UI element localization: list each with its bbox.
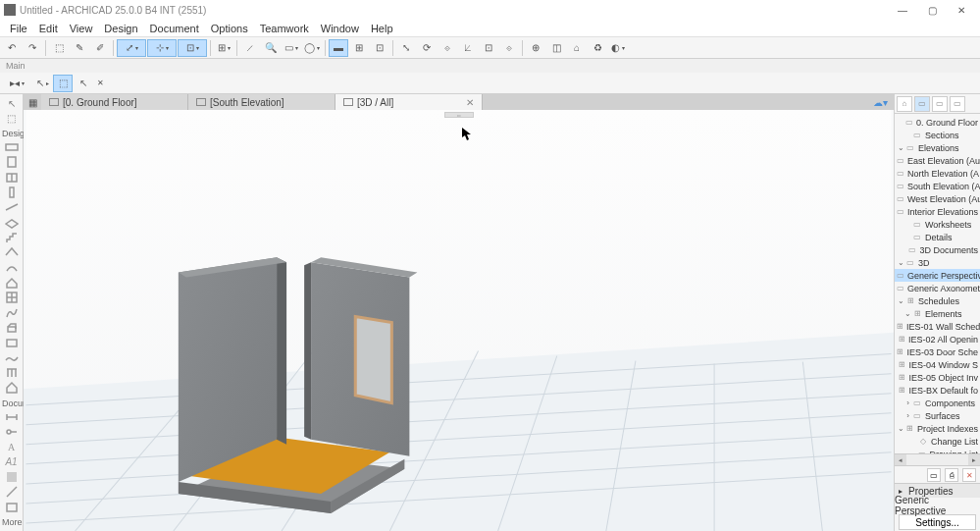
redo-button[interactable]: ↷ [23, 39, 42, 57]
tree-row[interactable]: ▭South Elevation (A [895, 180, 980, 192]
tree-row[interactable]: ⌄⊞Elements [895, 307, 980, 320]
menu-design[interactable]: Design [98, 21, 143, 36]
edit5-button[interactable]: ⊡ [479, 39, 498, 57]
marquee-tool[interactable]: ⬚ [2, 111, 22, 125]
tree-row[interactable]: ▭West Elevation (Au [895, 192, 980, 205]
dim2-button[interactable]: ⊡ [370, 39, 389, 57]
settings-button[interactable]: Settings... [899, 514, 976, 530]
railing-tool[interactable] [2, 366, 22, 380]
tree-expand-icon[interactable]: › [903, 398, 912, 407]
marquee-mode-button[interactable]: ↖ [74, 75, 93, 92]
arrow-mode-button[interactable]: ↖▸ [32, 75, 52, 92]
menu-options[interactable]: Options [205, 21, 254, 36]
label-tool[interactable]: A1 [2, 455, 22, 469]
tree-expand-icon[interactable]: ⌄ [897, 258, 905, 267]
tree-row[interactable]: ▭Generic Perspective [895, 269, 980, 282]
door-tool[interactable] [2, 155, 22, 169]
selection-mode-button[interactable]: ⬚ [53, 75, 73, 92]
edit1-button[interactable]: ⤡ [396, 39, 416, 57]
text-tool[interactable]: A [2, 440, 22, 453]
view2-button[interactable]: ◫ [546, 39, 566, 57]
tree-row[interactable]: ⊞IES-01 Wall Sched [895, 320, 980, 333]
navigator-scrollbar[interactable]: ◂▸ [895, 453, 980, 465]
suspend-button[interactable]: ⟋ [240, 39, 260, 57]
tree-row[interactable]: ▭Worksheets [895, 218, 980, 231]
level-tool[interactable] [2, 425, 22, 439]
stair-tool[interactable] [2, 231, 22, 244]
roof-tool[interactable] [2, 245, 22, 259]
dim-button[interactable]: ⊞ [349, 39, 369, 57]
dimension-tool[interactable] [2, 410, 22, 424]
tab[interactable]: [South Elevation] [188, 94, 335, 110]
tree-row[interactable]: ⌄▭3D [895, 256, 980, 269]
fill-tool[interactable] [2, 470, 22, 484]
morph-tool[interactable] [2, 305, 22, 319]
nav-new-icon[interactable]: ▭ [927, 468, 941, 482]
opening-tool[interactable] [2, 381, 22, 395]
tab[interactable]: [0. Ground Floor] [41, 94, 188, 110]
guideline-button[interactable]: ⤢▾ [117, 39, 146, 57]
close-button[interactable]: ✕ [947, 0, 976, 20]
viewport-drag-handle[interactable]: ┅ [444, 112, 474, 118]
arrow-tool[interactable]: ↖ [2, 96, 22, 110]
tree-row[interactable]: ⌄⊞Project Indexes [895, 422, 980, 435]
menu-help[interactable]: Help [365, 21, 399, 36]
nav-view-icon[interactable]: ▭ [914, 96, 930, 112]
edit3-button[interactable]: ⟐ [438, 39, 457, 57]
menu-view[interactable]: View [64, 21, 99, 36]
tree-expand-icon[interactable]: ⌄ [897, 424, 905, 433]
beam-tool[interactable] [2, 200, 22, 214]
line-tool[interactable] [2, 485, 22, 499]
tab-close-icon[interactable]: ✕ [466, 97, 474, 108]
menu-document[interactable]: Document [144, 21, 205, 36]
tree-row[interactable]: ▭Interior Elevations [895, 205, 980, 218]
favorites-button[interactable]: ▸◂▾ [2, 75, 31, 92]
tree-row[interactable]: ⊞IES-05 Object Inv [895, 371, 980, 384]
close-toolbar-icon[interactable]: ✕ [94, 75, 106, 92]
tree-row[interactable]: ▭Details [895, 231, 980, 243]
menu-teamwork[interactable]: Teamwork [254, 21, 315, 36]
shell-tool[interactable] [2, 260, 22, 274]
edit2-button[interactable]: ⟳ [417, 39, 437, 57]
navigator-tree[interactable]: ▭0. Ground Floor▭Sections⌄▭Elevations▭Ea… [895, 114, 980, 453]
view4-button[interactable]: ♻ [588, 39, 607, 57]
tree-row[interactable]: ▭North Elevation (A [895, 167, 980, 180]
pick-button[interactable]: ⬚ [49, 39, 69, 57]
trace-button[interactable]: ✎ [70, 39, 89, 57]
viewport-3d[interactable]: ┅ [24, 110, 894, 531]
mesh-tool[interactable] [2, 351, 22, 365]
tree-row[interactable]: ▭Generic Axonometr [895, 282, 980, 294]
undo-button[interactable]: ↶ [2, 39, 22, 57]
tree-row[interactable]: ⊞IES-BX Default fo [895, 384, 980, 397]
tree-expand-icon[interactable]: ⌄ [897, 296, 905, 305]
tree-row[interactable]: ⊞IES-03 Door Sche [895, 345, 980, 358]
edit6-button[interactable]: ⟐ [499, 39, 519, 57]
tree-row[interactable]: ⊞IES-02 All Openin [895, 333, 980, 345]
nav-publisher-icon[interactable]: ▭ [950, 96, 965, 112]
tree-row[interactable]: ▭Sections [895, 129, 980, 141]
find-button[interactable]: 🔍 [261, 39, 281, 57]
tree-row[interactable]: ›▭Components [895, 397, 980, 409]
object-tool[interactable] [2, 321, 22, 335]
edit4-button[interactable]: ⟀ [458, 39, 478, 57]
tab[interactable]: [3D / All]✕ [335, 94, 483, 110]
zone-tool[interactable] [2, 336, 22, 349]
tree-row[interactable]: ◇Change List [895, 435, 980, 448]
tree-row[interactable]: ▭Drawing List [895, 448, 980, 453]
tab-list-button[interactable]: ▦ [24, 94, 41, 110]
snap-button[interactable]: ⊹▾ [147, 39, 177, 57]
menu-edit[interactable]: Edit [33, 21, 64, 36]
view1-button[interactable]: ⊕ [526, 39, 545, 57]
compare-button[interactable]: ✐ [90, 39, 110, 57]
measure-button[interactable]: ◯▾ [302, 39, 322, 57]
xref-button[interactable]: ▬ [329, 39, 348, 57]
nav-layout-icon[interactable]: ▭ [932, 96, 948, 112]
grid-snap-button[interactable]: ⊡▾ [178, 39, 207, 57]
tree-row[interactable]: ▭3D Documents [895, 243, 980, 256]
tree-expand-icon[interactable]: ⌄ [897, 143, 905, 152]
tree-expand-icon[interactable]: › [903, 411, 912, 420]
skylight-tool[interactable] [2, 276, 22, 290]
grid-button[interactable]: ⊞▾ [214, 39, 233, 57]
nav-save-icon[interactable]: ⎙ [945, 468, 958, 482]
menu-file[interactable]: File [4, 21, 33, 36]
